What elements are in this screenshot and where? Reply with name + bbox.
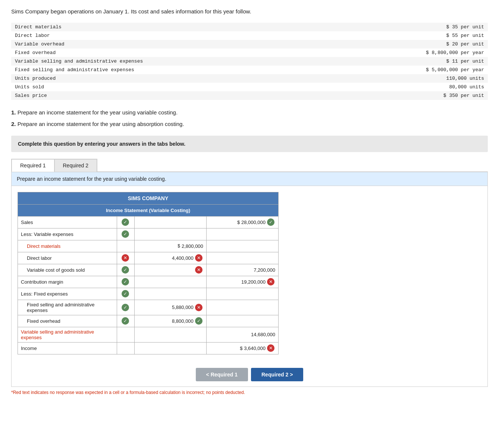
tab-area: Prepare an income statement for the year…	[11, 172, 488, 387]
company-name: SIMS COMPANY	[18, 192, 279, 204]
row-icon1	[117, 327, 134, 342]
row-right-value[interactable]	[206, 315, 278, 327]
row-right-value[interactable]: $ 3,640,000✕	[206, 342, 278, 354]
row-label: Less: Fixed expenses	[18, 288, 117, 300]
cost-value: $ 35 per unit	[273, 23, 488, 31]
row-label: Less: Variable expenses	[18, 228, 117, 240]
row-mid-value[interactable]	[134, 288, 206, 300]
row-icon1: ✓	[117, 315, 134, 327]
tab-required-2[interactable]: Required 2	[54, 159, 97, 172]
row-right-value[interactable]	[206, 288, 278, 300]
check-icon: ✓	[122, 266, 129, 274]
row-right-value[interactable]: $ 28,000,000✓	[206, 216, 278, 228]
row-right-value[interactable]	[206, 240, 278, 252]
row-mid-value[interactable]	[134, 216, 206, 228]
row-icon1: ✓	[117, 288, 134, 300]
cost-table: Direct materials$ 35 per unitDirect labo…	[11, 23, 488, 100]
check-icon: ✓	[195, 317, 203, 325]
row-right-value[interactable]	[206, 300, 278, 315]
row-right-value[interactable]	[206, 228, 278, 240]
row-label: Variable selling and administrative expe…	[18, 327, 117, 342]
row-icon1	[117, 240, 134, 252]
row-label: Sales	[18, 216, 117, 228]
row-mid-value[interactable]	[134, 228, 206, 240]
footnote: *Red text indicates no response was expe…	[11, 390, 488, 395]
income-table: SIMS COMPANY Income Statement (Variable …	[18, 192, 279, 354]
check-icon: ✓	[267, 218, 274, 226]
cost-label: Fixed selling and administrative expense…	[11, 66, 273, 74]
x-icon: ✕	[195, 266, 203, 274]
row-label: Fixed selling and administrative expense…	[18, 300, 117, 315]
row-mid-value[interactable]	[134, 342, 206, 354]
row-label: Direct materials	[18, 240, 117, 252]
cost-label: Direct materials	[11, 23, 273, 31]
tab-header: Prepare an income statement for the year…	[12, 172, 487, 186]
row-label: Contribution margin	[18, 276, 117, 288]
row-mid-value[interactable]	[134, 327, 206, 342]
cost-label: Fixed overhead	[11, 48, 273, 57]
row-right-value[interactable]: 19,200,000✕	[206, 276, 278, 288]
row-icon1: ✓	[117, 264, 134, 276]
row-mid-value[interactable]: 4,400,000✕	[134, 252, 206, 264]
cost-label: Units produced	[11, 74, 273, 83]
cost-label: Units sold	[11, 83, 273, 91]
row-mid-value[interactable]: 5,880,000✕	[134, 300, 206, 315]
income-table-wrapper: SIMS COMPANY Income Statement (Variable …	[12, 186, 487, 360]
x-icon: ✕	[195, 304, 203, 311]
row-right-value[interactable]	[206, 252, 278, 264]
forward-button[interactable]: Required 2 >	[251, 368, 303, 381]
instructions: 1. Prepare an income statement for the y…	[11, 107, 488, 129]
intro-text: Sims Company began operations on January…	[11, 7, 488, 16]
instruction-item: 2. Prepare an income statement for the y…	[11, 119, 488, 129]
cost-value: 110,000 units	[273, 74, 488, 83]
row-right-value[interactable]: 14,680,000	[206, 327, 278, 342]
check-icon: ✓	[122, 290, 129, 297]
check-icon: ✓	[122, 278, 129, 285]
cost-value: $ 350 per unit	[273, 91, 488, 100]
statement-title: Income Statement (Variable Costing)	[18, 204, 279, 216]
x-icon: ✕	[195, 254, 203, 262]
row-label: Income	[18, 342, 117, 354]
cost-value: 80,000 units	[273, 83, 488, 91]
row-label: Fixed overhead	[18, 315, 117, 327]
cost-label: Variable selling and administrative expe…	[11, 57, 273, 66]
row-icon1: ✓	[117, 228, 134, 240]
check-icon: ✓	[122, 230, 129, 238]
cost-value: $ 8,800,000 per year	[273, 48, 488, 57]
cost-label: Variable overhead	[11, 40, 273, 48]
row-icon1: ✓	[117, 300, 134, 315]
row-mid-value[interactable]: ✕	[134, 264, 206, 276]
check-icon: ✓	[122, 218, 129, 226]
row-label: Variable cost of goods sold	[18, 264, 117, 276]
row-right-value[interactable]: 7,200,000	[206, 264, 278, 276]
tab-required-1[interactable]: Required 1	[12, 159, 54, 172]
row-icon1: ✓	[117, 216, 134, 228]
cost-value: $ 11 per unit	[273, 57, 488, 66]
row-icon1: ✕	[117, 252, 134, 264]
x-icon: ✕	[267, 344, 274, 352]
cost-label: Direct labor	[11, 31, 273, 40]
row-label: Direct labor	[18, 252, 117, 264]
instruction-item: 1. Prepare an income statement for the y…	[11, 107, 488, 117]
cost-value: $ 55 per unit	[273, 31, 488, 40]
check-icon: ✓	[122, 317, 129, 325]
row-mid-value[interactable]: $ 2,800,000	[134, 240, 206, 252]
x-icon: ✕	[267, 278, 274, 285]
back-button[interactable]: < Required 1	[196, 368, 248, 381]
cost-value: $ 5,000,000 per year	[273, 66, 488, 74]
row-icon1: ✓	[117, 276, 134, 288]
row-icon1	[117, 342, 134, 354]
row-mid-value[interactable]	[134, 276, 206, 288]
cost-label: Sales price	[11, 91, 273, 100]
check-icon: ✓	[122, 304, 129, 311]
cost-value: $ 20 per unit	[273, 40, 488, 48]
complete-box: Complete this question by entering your …	[11, 136, 488, 152]
tabs-container: Required 1Required 2	[11, 159, 97, 171]
row-mid-value[interactable]: 8,800,000✓	[134, 315, 206, 327]
x-icon: ✕	[122, 254, 129, 262]
nav-buttons: < Required 1 Required 2 >	[12, 360, 487, 387]
